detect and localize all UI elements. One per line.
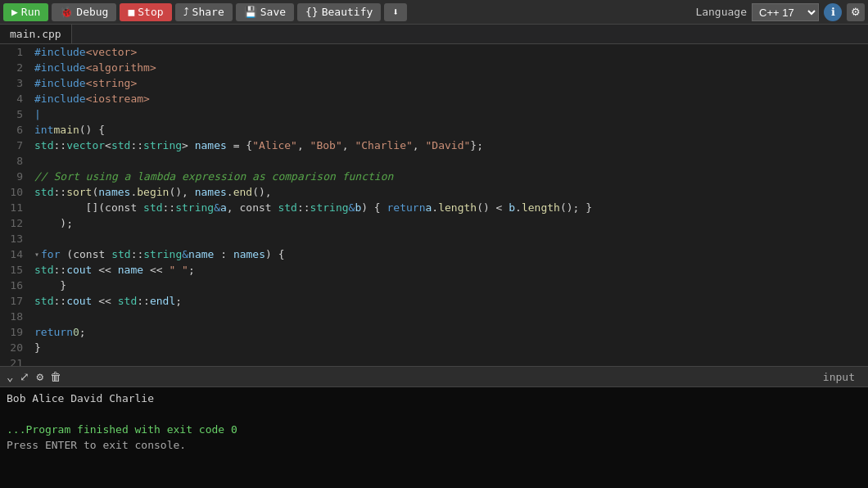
code-line-9: // Sort using a lambda expression as com…: [34, 169, 868, 184]
code-line-16: }: [34, 278, 868, 293]
run-icon: ▶: [11, 6, 18, 18]
input-label: input: [823, 371, 861, 383]
code-line-14: ▾ for (const std::string& name : names) …: [34, 246, 868, 262]
settings-button[interactable]: ⚙: [847, 3, 865, 21]
share-button[interactable]: ⤴ Share: [175, 3, 233, 21]
code-line-13: [34, 231, 868, 246]
code-line-7: std::vector<std::string> names = {"Alice…: [34, 138, 868, 153]
editor: 1 2 3 4 5 6 7 8 9 10 11 12 13 14 15 16 1…: [0, 44, 868, 366]
output-line-2: [7, 406, 861, 422]
language-select[interactable]: C++ 17 C++ 14 C++ 11 C Java Python 3: [752, 3, 819, 21]
save-button[interactable]: 💾 Save: [236, 3, 294, 21]
resize-icon[interactable]: ⤢: [20, 370, 29, 383]
debug-button[interactable]: 🐞 Debug: [52, 3, 116, 21]
code-line-10: std::sort(names.begin(), names.end(),: [34, 184, 868, 200]
code-line-8: [34, 153, 868, 169]
output-line-3: ...Program finished with exit code 0: [7, 422, 861, 437]
beautify-button[interactable]: {} Beautify: [297, 3, 381, 21]
bottom-toolbar: ⌄ ⤢ ⚙ 🗑 input: [0, 366, 868, 387]
code-line-6: int main() {: [34, 122, 868, 138]
code-editor[interactable]: #include <vector> #include <algorithm> #…: [29, 44, 868, 366]
code-line-11: [](const std::string& a, const std::stri…: [34, 200, 868, 215]
download-button[interactable]: ⬇: [384, 3, 407, 21]
file-tab-main[interactable]: main.cpp: [0, 25, 72, 43]
run-button[interactable]: ▶ Run: [3, 3, 48, 21]
code-line-3: #include <string>: [34, 75, 868, 91]
debug-icon: 🐞: [60, 6, 73, 18]
download-icon: ⬇: [392, 6, 399, 18]
output-line-4: Press ENTER to exit console.: [7, 437, 861, 453]
stop-icon: ■: [128, 6, 134, 18]
toolbar: ▶ Run 🐞 Debug ■ Stop ⤴ Share 💾 Save {} B…: [0, 0, 868, 25]
code-line-20: }: [34, 340, 868, 355]
code-line-19: return 0;: [34, 324, 868, 340]
line-numbers: 1 2 3 4 5 6 7 8 9 10 11 12 13 14 15 16 1…: [0, 44, 29, 366]
clear-icon[interactable]: 🗑: [50, 370, 61, 383]
output-console[interactable]: Bob Alice David Charlie ...Program finis…: [0, 387, 868, 488]
beautify-icon: {}: [305, 6, 319, 18]
code-line-12: );: [34, 215, 868, 231]
code-line-18: [34, 309, 868, 324]
save-icon: 💾: [244, 6, 257, 18]
code-line-5: |: [34, 106, 868, 122]
stop-button[interactable]: ■ Stop: [120, 3, 171, 21]
code-line-4: #include <iostream>: [34, 91, 868, 106]
share-icon: ⤴: [183, 6, 189, 18]
language-area: Language C++ 17 C++ 14 C++ 11 C Java Pyt…: [695, 3, 865, 21]
language-label: Language: [695, 6, 747, 18]
output-line-1: Bob Alice David Charlie: [7, 391, 861, 406]
code-line-15: std::cout << name << " ";: [34, 262, 868, 278]
file-tab-bar: main.cpp: [0, 25, 868, 44]
info-button[interactable]: ℹ: [824, 3, 842, 21]
code-line-21: [34, 355, 868, 366]
code-line-1: #include <vector>: [34, 44, 868, 60]
code-line-17: std::cout << std::endl;: [34, 293, 868, 309]
code-line-2: #include <algorithm>: [34, 60, 868, 75]
settings-icon[interactable]: ⚙: [36, 370, 43, 383]
chevron-down-icon[interactable]: ⌄: [7, 370, 13, 383]
